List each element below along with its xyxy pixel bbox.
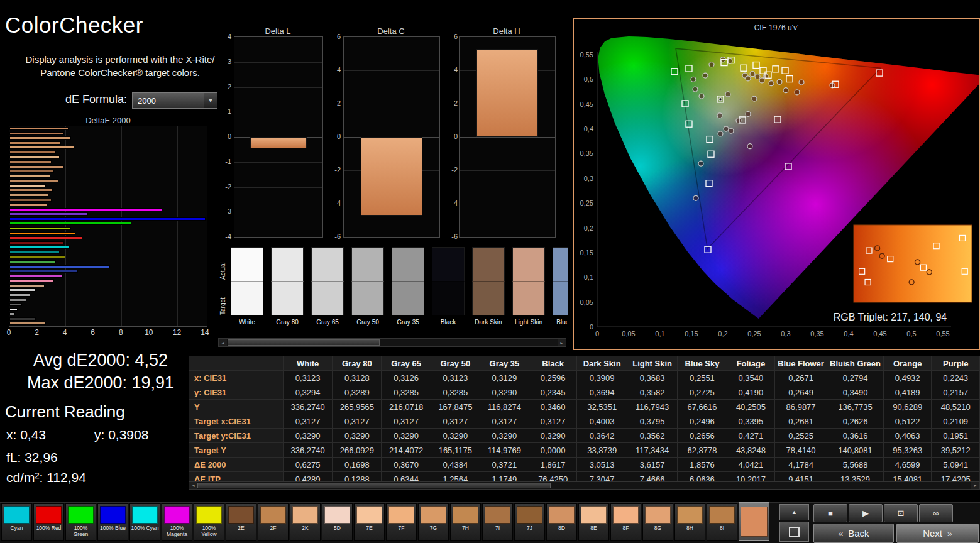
patch-tile-7h[interactable]: 7H — [450, 503, 481, 541]
patch-tile-7g[interactable]: 7G — [418, 503, 449, 541]
delta-h-chart — [459, 36, 556, 238]
patch-tile-7e[interactable]: 7E — [354, 503, 385, 541]
table-cell: 4,0421 — [727, 458, 774, 472]
patch-toolbar: Cyan100% Red100% Green100% Blue100% Cyan… — [0, 502, 980, 543]
collapse-button[interactable]: ▲ — [779, 504, 809, 520]
column-header: Gray 35 — [480, 356, 529, 371]
patch-tile-2f[interactable]: 2F — [258, 503, 289, 541]
scroll-left-icon[interactable]: ◄ — [189, 482, 197, 489]
cie-measured-point — [795, 90, 800, 95]
patch-tile-8g[interactable]: 8G — [642, 503, 673, 541]
table-cell: 0,3694 — [577, 385, 627, 400]
cie-measured-point — [736, 118, 741, 123]
patch-tile-8h[interactable]: 8H — [674, 503, 705, 541]
deltae-bar — [9, 212, 88, 216]
actual-patch — [512, 247, 545, 281]
table-scrollbar[interactable]: ◄ ► — [189, 481, 980, 490]
patch-tile-label: 8G — [643, 525, 673, 531]
patch-color-chip — [741, 507, 768, 537]
table-cell: 0,1698 — [333, 458, 382, 472]
deltae-bar — [9, 222, 131, 225]
table-cell: 167,8475 — [431, 400, 480, 414]
square-icon — [789, 527, 800, 537]
target-patch — [512, 281, 545, 315]
swatch-strip-scrollbar[interactable]: ◄ ► — [218, 338, 566, 347]
cie-measured-point — [777, 79, 782, 84]
patch-color-chip — [228, 506, 254, 524]
swatch-label: Light Skin — [512, 319, 545, 326]
patch-tile-8e[interactable]: 8E — [578, 503, 609, 541]
patch-tile-2e[interactable]: 2E — [226, 503, 256, 541]
table-cell: 0,3127 — [480, 414, 529, 429]
target-label: Target — [219, 282, 226, 315]
patch-tile-100-blue[interactable]: 100% Blue — [97, 503, 128, 541]
table-cell: 165,1175 — [431, 443, 480, 458]
patch-tile-label: 8E — [579, 525, 608, 531]
delta-c-chart — [343, 36, 440, 238]
pattern-button[interactable]: ⊡ — [884, 504, 918, 522]
patch-tile-label: 7G — [419, 525, 448, 531]
dh-bar — [476, 49, 537, 137]
table-cell: 13,3529 — [827, 472, 884, 482]
table-cell: 0,4271 — [727, 429, 774, 443]
patch-tile-100-yellow[interactable]: 100% Yellow — [194, 503, 224, 541]
patch-tile-2k[interactable]: 2K — [290, 503, 321, 541]
table-cell: 0,0000 — [529, 443, 576, 458]
table-cell: 62,8778 — [678, 443, 727, 458]
table-cell: 0,4384 — [431, 458, 480, 472]
patch-tile-8j[interactable]: 8J — [739, 502, 769, 541]
patch-tile-7f[interactable]: 7F — [386, 503, 417, 541]
scroll-right-icon[interactable]: ► — [558, 339, 566, 346]
gridline — [234, 87, 322, 88]
table-cell: 140,8081 — [827, 443, 884, 458]
patch-tile-cyan[interactable]: Cyan — [1, 503, 32, 541]
table-cell: 90,6289 — [883, 400, 931, 414]
cie-measured-point — [703, 73, 708, 78]
cie-measured-point — [746, 76, 751, 81]
actual-patch — [392, 247, 424, 281]
column-header: Blue Sky — [678, 356, 727, 371]
cie-measured-point — [747, 144, 752, 149]
row-label: Target Y — [189, 443, 284, 458]
target-patch — [271, 281, 304, 315]
table-cell: 6,0636 — [678, 472, 727, 482]
patch-tile-100-magenta[interactable]: 100% Magenta — [162, 503, 192, 541]
toolbar-collapse-group: ▲ — [779, 504, 809, 542]
de-formula-dropdown[interactable]: 2000 ▼ — [132, 92, 217, 109]
scrollbar-thumb[interactable] — [228, 339, 380, 346]
deltae-x-axis: 02468101214 — [9, 328, 209, 338]
display-button[interactable] — [779, 522, 809, 542]
patch-tile-7j[interactable]: 7J — [514, 503, 545, 541]
loop-button[interactable]: ∞ — [919, 504, 953, 522]
deltae-bar — [9, 203, 47, 206]
patch-tile-100-red[interactable]: 100% Red — [33, 503, 64, 541]
patch-tile-label: 100% Green — [66, 525, 96, 537]
swatch-label: Gray 35 — [392, 319, 424, 326]
x-tick-label: 0,4 — [844, 330, 853, 337]
column-header — [189, 356, 284, 371]
gridline — [234, 62, 322, 63]
patch-tile-label: 100% Magenta — [162, 525, 192, 537]
y-tick-label: 0,4 — [584, 125, 593, 133]
patch-tile-7i[interactable]: 7I — [482, 503, 513, 541]
column-header: Blue Flower — [775, 356, 827, 371]
scroll-left-icon[interactable]: ◄ — [219, 339, 227, 346]
patch-tile-8i[interactable]: 8I — [707, 503, 737, 541]
table-row: Target x:CIE310,31270,31270,31270,31270,… — [189, 414, 980, 429]
patch-color-chip — [517, 506, 542, 524]
swatch-dark-skin: Dark Skin — [472, 247, 505, 326]
patch-tile-100-green[interactable]: 100% Green — [65, 503, 96, 541]
x-tick-label: 2 — [35, 328, 39, 337]
patch-tile-8d[interactable]: 8D — [546, 503, 577, 541]
patch-tile-8f[interactable]: 8F — [610, 503, 641, 541]
back-button[interactable]: « Back — [813, 524, 894, 543]
patch-tile-5d[interactable]: 5D — [322, 503, 353, 541]
play-button[interactable]: ▶ — [849, 504, 883, 522]
patch-tile-100-cyan[interactable]: 100% Cyan — [129, 503, 160, 541]
patch-tile-label: 7J — [515, 525, 544, 531]
next-button[interactable]: Next » — [896, 524, 979, 543]
stop-button[interactable]: ■ — [813, 504, 847, 522]
scrollbar-thumb[interactable] — [197, 483, 551, 488]
scroll-right-icon[interactable]: ► — [971, 482, 979, 489]
swatch-label: White — [231, 319, 263, 326]
